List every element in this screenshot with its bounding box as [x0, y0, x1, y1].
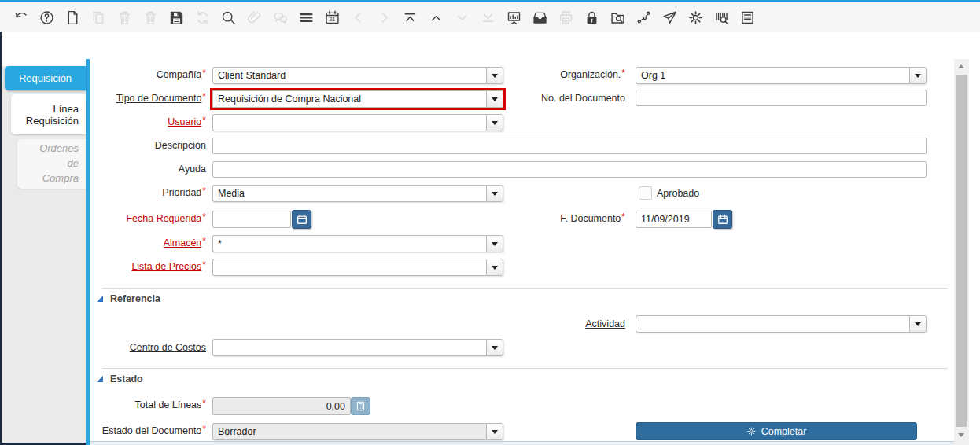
almacen-combobox[interactable]: *: [212, 235, 503, 252]
estado-collapse-icon[interactable]: [97, 376, 103, 382]
scroll-up-icon[interactable]: [958, 64, 964, 68]
lista-precios-dropdown-button[interactable]: [486, 259, 503, 276]
actividad-dropdown-button[interactable]: [909, 315, 927, 333]
report-icon[interactable]: [501, 5, 527, 30]
grid-toggle-icon[interactable]: [293, 5, 319, 30]
actividad-label[interactable]: Actividad: [511, 318, 625, 329]
compania-label[interactable]: Compañía*: [92, 69, 206, 80]
f-documento-input[interactable]: [636, 211, 712, 228]
organizacion-value: Org 1: [636, 67, 909, 84]
no-documento-label: No. del Documento: [511, 93, 625, 104]
estado-documento-combobox: Borrador: [212, 423, 503, 440]
chevron-down-icon: [915, 74, 921, 78]
lista-precios-label[interactable]: Lista de Precios*: [92, 261, 206, 272]
content-bottom-edge: [90, 441, 954, 445]
almacen-dropdown-button[interactable]: [486, 235, 503, 252]
organizacion-combobox[interactable]: Org 1: [636, 67, 927, 84]
usuario-value: [212, 114, 486, 131]
usuario-dropdown-button[interactable]: [486, 114, 503, 131]
new-record-icon[interactable]: [60, 5, 86, 30]
first-record-icon[interactable]: [397, 5, 423, 30]
fecha-requerida-input[interactable]: [212, 211, 291, 228]
almacen-label[interactable]: Almacén*: [92, 237, 206, 248]
usuario-combobox[interactable]: [212, 114, 503, 131]
zoom-across-icon[interactable]: [605, 5, 631, 30]
prioridad-combobox[interactable]: Media: [212, 185, 503, 202]
scroll-down-icon[interactable]: [958, 433, 964, 437]
organizacion-dropdown-button[interactable]: [909, 67, 927, 84]
gear-icon: [746, 426, 757, 436]
tab-requisicion[interactable]: Requisición: [5, 66, 86, 90]
archive-icon[interactable]: [527, 5, 553, 30]
workflow-icon[interactable]: [631, 5, 657, 30]
organizacion-label[interactable]: Organización.*: [511, 69, 625, 80]
tipo-documento-label[interactable]: Tipo de Documento*: [92, 93, 206, 104]
descripcion-input[interactable]: [212, 138, 927, 154]
lista-precios-value: [212, 259, 486, 276]
last-record-icon: [475, 5, 501, 30]
detail-record-icon: [449, 5, 475, 30]
tab-linea-requisicion[interactable]: Línea Requisición: [11, 94, 86, 134]
descripcion-label: Descripción: [92, 140, 206, 151]
actividad-value: [636, 315, 909, 333]
chevron-down-icon: [492, 192, 498, 196]
fecha-requerida-label: Fecha Requerida*: [92, 213, 206, 224]
centro-costos-dropdown-button[interactable]: [486, 339, 503, 356]
referencia-section-title: Referencia: [110, 293, 160, 304]
almacen-value: *: [212, 235, 486, 252]
refresh-icon: [190, 5, 216, 30]
previous-record-icon: [345, 5, 371, 30]
save-icon[interactable]: [164, 5, 190, 30]
lock-icon[interactable]: [579, 5, 605, 30]
aprobado-checkbox[interactable]: [639, 186, 652, 200]
sidebar-divider: [86, 59, 90, 445]
f-documento-calendar-button[interactable]: [713, 210, 732, 229]
f-documento-label: F. Documento*: [511, 213, 625, 224]
next-record-icon: [371, 5, 397, 30]
centro-costos-combobox[interactable]: [212, 339, 503, 356]
fecha-requerida-calendar-button[interactable]: [292, 210, 311, 229]
chevron-down-icon: [492, 121, 498, 125]
section-separator: [102, 288, 948, 289]
delete-selection-icon: [138, 5, 164, 30]
section-separator: [102, 368, 948, 369]
calendar-icon[interactable]: 31: [319, 5, 345, 30]
centro-costos-label[interactable]: Centro de Costos: [92, 342, 206, 353]
compania-dropdown-button[interactable]: [486, 67, 503, 84]
chevron-down-icon: [915, 322, 921, 326]
help-icon[interactable]: [34, 5, 60, 30]
no-documento-input[interactable]: [636, 90, 927, 106]
estado-documento-dropdown-button: [486, 423, 503, 440]
completar-button[interactable]: Completar: [636, 422, 917, 440]
tab-ordenes-de-compra-label: Ordenes de Compra: [35, 142, 79, 186]
compania-value: Client Standard: [212, 67, 486, 84]
copy-record-icon: [86, 5, 112, 30]
usuario-label[interactable]: Usuario*: [92, 116, 206, 127]
ayuda-input[interactable]: [212, 161, 927, 178]
send-request-icon[interactable]: [657, 5, 683, 30]
chevron-down-icon: [492, 346, 498, 350]
tab-linea-requisicion-label: Línea Requisición: [24, 103, 79, 127]
tipo-documento-value: Requisición de Compra Nacional: [212, 90, 486, 108]
tipo-documento-combobox[interactable]: Requisición de Compra Nacional: [212, 90, 503, 108]
lista-precios-combobox[interactable]: [212, 259, 503, 276]
attachment-icon: [241, 5, 267, 30]
find-icon[interactable]: [216, 5, 241, 30]
completar-button-label: Completar: [761, 426, 807, 437]
total-lineas-label: Total de Líneas*: [92, 399, 206, 410]
referencia-collapse-icon[interactable]: [97, 296, 103, 302]
print-preview-icon[interactable]: [735, 5, 761, 30]
tipo-documento-dropdown-button[interactable]: [486, 90, 503, 108]
calendar-icon: [717, 214, 728, 225]
svg-text:31: 31: [330, 17, 336, 22]
parent-record-icon[interactable]: [423, 5, 449, 30]
prioridad-dropdown-button[interactable]: [486, 185, 503, 202]
compania-combobox[interactable]: Client Standard: [212, 67, 503, 84]
actividad-combobox[interactable]: [636, 315, 927, 333]
aprobado-label: Aprobado: [657, 188, 699, 199]
scrollbar-thumb[interactable]: [956, 75, 967, 427]
total-lineas-calculator-button[interactable]: [351, 397, 370, 415]
preferences-icon[interactable]: [683, 5, 709, 30]
product-info-icon[interactable]: [709, 5, 735, 30]
undo-icon[interactable]: [8, 5, 34, 30]
